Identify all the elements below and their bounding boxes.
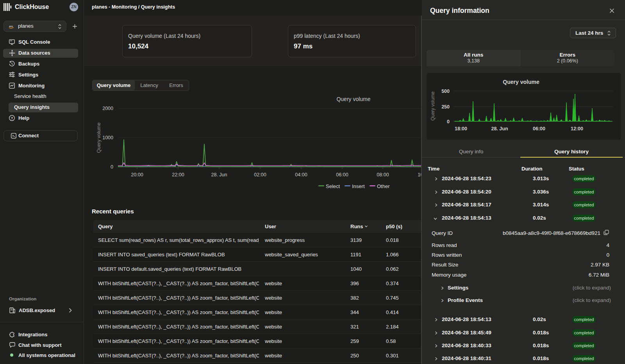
svg-text:28. Jun: 28. Jun (211, 172, 227, 178)
svg-text:Query volume: Query volume (430, 91, 436, 121)
svg-text:Select: Select (326, 183, 340, 189)
svg-text:2000: 2000 (102, 106, 113, 111)
svg-text:250: 250 (441, 104, 450, 110)
svg-text:08:00: 08:00 (377, 172, 389, 178)
svg-text:0: 0 (111, 164, 113, 170)
svg-text:500: 500 (441, 89, 450, 94)
svg-text:22:00: 22:00 (172, 172, 184, 178)
svg-text:Other: Other (377, 183, 390, 189)
svg-text:Query volume: Query volume (336, 96, 370, 102)
svg-text:aws: aws (9, 25, 13, 27)
svg-text:06:00: 06:00 (533, 126, 545, 131)
svg-text:28. Jun: 28. Jun (491, 126, 508, 131)
svg-text:20:00: 20:00 (131, 172, 143, 178)
svg-text:Query volume: Query volume (96, 123, 102, 153)
svg-text:04:00: 04:00 (295, 172, 307, 178)
svg-text:12:00: 12:00 (571, 126, 583, 131)
svg-text:Query volume: Query volume (503, 79, 539, 85)
svg-text:18:00: 18:00 (455, 126, 467, 131)
svg-text:0: 0 (447, 119, 450, 124)
svg-text:1000: 1000 (102, 135, 113, 140)
svg-text:06:00: 06:00 (336, 172, 348, 178)
svg-text:Insert: Insert (352, 183, 365, 189)
svg-text:02:00: 02:00 (254, 172, 266, 178)
svg-text:?: ? (11, 116, 13, 120)
